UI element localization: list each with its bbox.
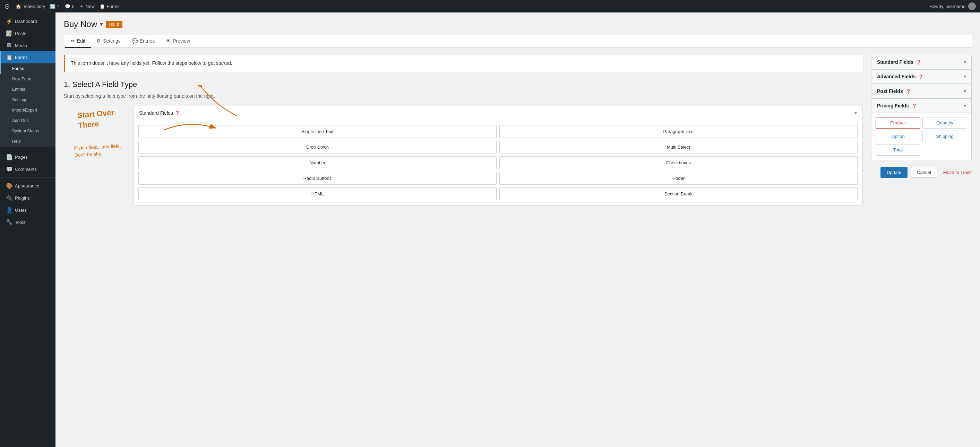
standard-help-icon[interactable]: ❓ (916, 60, 921, 65)
standard-fields-mini-panel: Standard Fields ❓ ▾ Single Line Text Par… (133, 106, 863, 206)
right-sidebar: Standard Fields ❓ ▾ Advanced Fields ❓ ▾ (871, 55, 972, 160)
pages-icon: 📄 (6, 154, 12, 160)
panel-title-advanced: Advanced Fields ❓ (877, 74, 923, 79)
panel-advanced-fields: Advanced Fields ❓ ▾ (871, 70, 972, 84)
forms-submenu: Forms New Form Entries Settings Import/E… (0, 63, 56, 147)
post-help-icon[interactable]: ❓ (906, 89, 911, 94)
panel-header-pricing[interactable]: Pricing Fields ❓ ▾ (872, 99, 971, 113)
page-header: Buy Now ▾ ID: 2 (64, 19, 972, 29)
pricing-help-icon[interactable]: ❓ (912, 104, 917, 108)
sidebar-item-forms[interactable]: 📋 Forms (0, 51, 56, 63)
title-dropdown-icon[interactable]: ▾ (100, 21, 103, 28)
sidebar-label-pages: Pages (15, 155, 28, 160)
forms-icon: 📋 (100, 4, 105, 9)
new-item[interactable]: ＋ New (80, 3, 95, 10)
advanced-toggle-icon: ▾ (964, 74, 966, 79)
submenu-label-addons: Add-Ons (12, 118, 29, 123)
submenu-item-entries[interactable]: Entries (0, 84, 56, 95)
cancel-button[interactable]: Cancel (911, 167, 937, 178)
sidebar-label-dashboard: Dashboard (15, 19, 37, 24)
panel-pricing-fields: Pricing Fields ❓ ▾ Product Quantity Opti… (871, 99, 972, 160)
submenu-label-help: Help (12, 139, 21, 144)
field-btn-multi-select[interactable]: Multi Select (500, 141, 858, 154)
field-btn-section-break[interactable]: Section Break (500, 187, 858, 200)
site-name[interactable]: 🏠 TeaFactory (16, 4, 45, 9)
submenu-item-forms-root[interactable]: Forms (0, 63, 56, 74)
field-btn-dropdown[interactable]: Drop Down (138, 141, 496, 154)
fields-panel-toggle[interactable]: ▾ (854, 110, 857, 116)
submenu-item-new-form[interactable]: New Form (0, 74, 56, 84)
select-field-section: 1. Select A Field Type Start by selectin… (64, 80, 863, 99)
panel-header-post[interactable]: Post Fields ❓ ▾ (872, 84, 971, 98)
sidebar-item-plugins[interactable]: 🔌 Plugins (0, 192, 56, 204)
id-badge: ID: 2 (106, 21, 123, 28)
notice-box: This form doesn't have any fields yet. F… (64, 55, 863, 72)
sidebar-item-comments[interactable]: 💬 Comments (0, 163, 56, 175)
field-btn-checkboxes[interactable]: Checkboxes (500, 156, 858, 169)
tab-entries[interactable]: 💬 Entries (126, 35, 161, 48)
sidebar-item-users[interactable]: 👤 Users (0, 204, 56, 216)
field-btn-radio[interactable]: Radio Buttons (138, 172, 496, 185)
panel-title-standard: Standard Fields ❓ (877, 59, 921, 65)
submenu-item-import[interactable]: Import/Export (0, 105, 56, 116)
fields-help-icon[interactable]: ❓ (175, 111, 180, 116)
avatar (968, 2, 976, 10)
home-icon: 🏠 (16, 4, 21, 9)
advanced-help-icon[interactable]: ❓ (918, 74, 923, 79)
sidebar-label-users: Users (15, 208, 27, 213)
tab-settings[interactable]: ⚙ Settings (91, 35, 126, 48)
pricing-btn-option[interactable]: Option (876, 131, 920, 142)
plus-icon: ＋ (80, 3, 84, 10)
field-btn-number[interactable]: Number (138, 156, 496, 169)
sidebar-item-appearance[interactable]: 🎨 Appearance (0, 180, 56, 192)
sidebar-label-media: Media (15, 43, 27, 48)
tab-preview[interactable]: 👁 Preview (160, 35, 196, 48)
submenu-item-status[interactable]: System Status (0, 126, 56, 136)
panel-header-standard[interactable]: Standard Fields ❓ ▾ (872, 55, 971, 69)
sidebar-item-dashboard[interactable]: ⚡ Dashboard (0, 15, 56, 27)
notice-text: This form doesn't have any fields yet. F… (71, 60, 232, 66)
sidebar-label-plugins: Plugins (15, 195, 30, 201)
panel-title-post: Post Fields ❓ (877, 88, 911, 94)
handwriting-subtext: Pick a field.. any field.Don't be shy. (74, 143, 121, 159)
appearance-icon: 🎨 (6, 182, 12, 189)
submenu-item-settings[interactable]: Settings (0, 95, 56, 105)
panel-post-fields: Post Fields ❓ ▾ (871, 84, 972, 99)
field-btn-hidden[interactable]: Hidden (500, 172, 858, 185)
updates-item[interactable]: 🔄 4 (50, 4, 60, 9)
panel-header-advanced[interactable]: Advanced Fields ❓ ▾ (872, 70, 971, 84)
comment-icon: 💬 (65, 4, 70, 9)
dashboard-icon: ⚡ (6, 18, 12, 25)
update-button[interactable]: Update (880, 167, 907, 178)
sidebar-item-pages[interactable]: 📄 Pages (0, 151, 56, 163)
select-field-heading: 1. Select A Field Type (64, 80, 863, 89)
submenu-label-new-form: New Form (12, 76, 31, 81)
submenu-item-addons[interactable]: Add-Ons (0, 116, 56, 126)
pricing-grid: Product Quantity Option Shipping Total (876, 117, 967, 155)
pricing-toggle-icon: ▾ (964, 103, 966, 108)
submenu-label-forms: Forms (12, 66, 24, 71)
forms-bar-item[interactable]: 📋 Forms (100, 4, 119, 9)
posts-icon: 📝 (6, 30, 12, 37)
updates-icon: 🔄 (50, 4, 56, 9)
trash-button[interactable]: Move to Trash (943, 168, 972, 176)
submenu-item-help[interactable]: Help (0, 136, 56, 147)
edit-icon: ✏ (71, 38, 75, 44)
entries-tab-icon: 💬 (132, 38, 138, 44)
sidebar-item-posts[interactable]: 📝 Posts (0, 27, 56, 40)
field-btn-html[interactable]: HTML (138, 187, 496, 200)
field-btn-paragraph[interactable]: Paragraph Text (500, 125, 858, 138)
sidebar-label-comments: Comments (15, 166, 37, 172)
sidebar-item-media[interactable]: 🖼 Media (0, 40, 56, 51)
pricing-btn-total[interactable]: Total (876, 144, 920, 155)
main-layout: ⚡ Dashboard 📝 Posts 🖼 Media 📋 Forms Form… (0, 13, 980, 447)
sidebar-label-tools: Tools (15, 220, 25, 225)
pricing-btn-quantity[interactable]: Quantity (923, 117, 967, 128)
sidebar-item-tools[interactable]: 🔧 Tools (0, 216, 56, 228)
select-field-description: Start by selecting a field type from the… (64, 93, 863, 99)
comments-item[interactable]: 💬 0 (65, 4, 75, 9)
pricing-btn-product[interactable]: Product (876, 117, 920, 128)
tab-edit[interactable]: ✏ Edit (65, 35, 91, 48)
wordpress-icon[interactable]: ⊛ (4, 2, 10, 10)
pricing-btn-shipping[interactable]: Shipping (923, 131, 967, 142)
